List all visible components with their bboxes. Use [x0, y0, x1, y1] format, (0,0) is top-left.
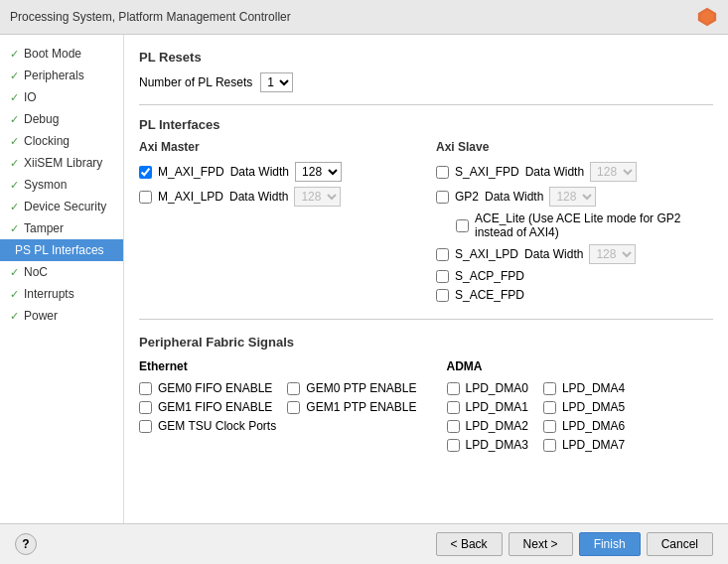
m-axi-fpd-checkbox[interactable]: [139, 166, 152, 179]
axi-master-section: Axi Master M_AXI_FPD Data Width 128 32 6…: [139, 140, 416, 307]
check-icon-noc: ✓: [10, 266, 19, 279]
gp2-width-select[interactable]: 128: [549, 187, 596, 207]
peripheral-section: Peripheral Fabric Signals Ethernet GEM0 …: [139, 335, 713, 457]
lpd-dma7-label: LPD_DMA7: [562, 438, 625, 452]
s-ace-fpd-label: S_ACE_FPD: [455, 288, 524, 302]
adma-grid: LPD_DMA0 LPD_DMA1 LPD_DMA2: [447, 381, 626, 457]
m-axi-lpd-dw-label: Data Width: [229, 190, 288, 204]
sidebar-label-boot-mode: Boot Mode: [24, 47, 81, 61]
lpd-dma7-row: LPD_DMA7: [543, 438, 625, 452]
lpd-dma4-checkbox[interactable]: [543, 382, 556, 395]
lpd-dma1-checkbox[interactable]: [447, 401, 460, 414]
sidebar-item-power[interactable]: ✓Power: [0, 305, 123, 327]
main-window: Processing System, Platform Management C…: [0, 0, 728, 564]
ace-lite-checkbox[interactable]: [456, 219, 469, 232]
footer-right: < Back Next > Finish Cancel: [436, 532, 713, 556]
sidebar-item-xiisem-library[interactable]: ✓XiiSEM Library: [0, 152, 123, 174]
lpd-dma5-checkbox[interactable]: [543, 401, 556, 414]
gem1-fifo-checkbox[interactable]: [139, 401, 152, 414]
adma-col2: LPD_DMA4 LPD_DMA5 LPD_DMA6: [543, 381, 625, 457]
s-acp-fpd-checkbox[interactable]: [436, 270, 449, 283]
check-icon-tamper: ✓: [10, 222, 19, 235]
s-acp-fpd-label: S_ACP_FPD: [455, 269, 524, 283]
s-axi-fpd-label: S_AXI_FPD: [455, 165, 519, 179]
lpd-dma4-label: LPD_DMA4: [562, 381, 625, 395]
s-axi-fpd-checkbox[interactable]: [436, 166, 449, 179]
ace-lite-label: ACE_Lite (Use ACE Lite mode for GP2 inst…: [475, 212, 713, 239]
m-axi-lpd-checkbox[interactable]: [139, 191, 152, 204]
sidebar-label-io: IO: [24, 90, 37, 104]
sidebar-item-device-security[interactable]: ✓Device Security: [0, 196, 123, 217]
next-button[interactable]: Next >: [509, 532, 573, 556]
pl-resets-title: PL Resets: [139, 50, 713, 65]
sidebar-item-clocking[interactable]: ✓Clocking: [0, 130, 123, 152]
gem-tsu-checkbox[interactable]: [139, 420, 152, 433]
s-ace-fpd-checkbox[interactable]: [436, 289, 449, 302]
lpd-dma6-checkbox[interactable]: [543, 420, 556, 433]
s-ace-fpd-row: S_ACE_FPD: [436, 288, 713, 302]
lpd-dma0-checkbox[interactable]: [447, 382, 460, 395]
s-axi-lpd-width-select[interactable]: 128: [589, 244, 636, 264]
adma-title: ADMA: [447, 359, 626, 373]
s-axi-lpd-label: S_AXI_LPD: [455, 247, 518, 261]
sidebar-label-tamper: Tamper: [24, 221, 64, 235]
footer-left: ?: [15, 533, 37, 555]
back-button[interactable]: < Back: [436, 532, 503, 556]
lpd-dma0-row: LPD_DMA0: [447, 381, 528, 395]
sidebar-item-boot-mode[interactable]: ✓Boot Mode: [0, 43, 123, 65]
s-axi-lpd-checkbox[interactable]: [436, 248, 449, 261]
s-axi-fpd-width-select[interactable]: 128: [590, 162, 637, 182]
lpd-dma4-row: LPD_DMA4: [543, 381, 625, 395]
gem0-fifo-checkbox[interactable]: [139, 382, 152, 395]
lpd-dma7-checkbox[interactable]: [543, 439, 556, 452]
adma-col1: LPD_DMA0 LPD_DMA1 LPD_DMA2: [447, 381, 528, 457]
sidebar-label-device-security: Device Security: [24, 200, 106, 213]
sidebar-label-sysmon: Sysmon: [24, 178, 67, 192]
lpd-dma3-checkbox[interactable]: [447, 439, 460, 452]
gp2-checkbox[interactable]: [436, 191, 449, 204]
gp2-row: GP2 Data Width 128: [436, 187, 713, 207]
lpd-dma3-label: LPD_DMA3: [466, 438, 528, 452]
sidebar-label-debug: Debug: [24, 112, 59, 126]
sidebar-item-interrupts[interactable]: ✓Interrupts: [0, 283, 123, 305]
sidebar-item-peripherals[interactable]: ✓Peripherals: [0, 65, 123, 86]
cancel-button[interactable]: Cancel: [647, 532, 713, 556]
sidebar-item-ps-pl-interfaces[interactable]: PS PL Interfaces: [0, 239, 123, 261]
divider-1: [139, 104, 713, 105]
gem0-fifo-row: GEM0 FIFO ENABLE: [139, 381, 272, 395]
pl-interfaces-title: PL Interfaces: [139, 117, 713, 132]
num-pl-resets-select[interactable]: 1 0 2 3 4: [260, 72, 293, 92]
gem1-ptp-row: GEM1 PTP ENABLE: [287, 400, 416, 414]
sidebar-label-peripherals: Peripherals: [24, 69, 84, 82]
sidebar-item-debug[interactable]: ✓Debug: [0, 108, 123, 130]
gem0-ptp-checkbox[interactable]: [287, 382, 300, 395]
gem1-ptp-label: GEM1 PTP ENABLE: [306, 400, 416, 414]
ethernet-title: Ethernet: [139, 359, 417, 373]
finish-button[interactable]: Finish: [579, 532, 641, 556]
title-bar: Processing System, Platform Management C…: [0, 0, 728, 35]
sidebar-item-sysmon[interactable]: ✓Sysmon: [0, 174, 123, 196]
m-axi-fpd-width-select[interactable]: 128 32 64: [295, 162, 342, 182]
lpd-dma6-row: LPD_DMA6: [543, 419, 625, 433]
sidebar-item-tamper[interactable]: ✓Tamper: [0, 217, 123, 239]
gem1-fifo-label: GEM1 FIFO ENABLE: [158, 400, 272, 414]
gem1-ptp-checkbox[interactable]: [287, 401, 300, 414]
sidebar-item-noc[interactable]: ✓NoC: [0, 261, 123, 283]
lpd-dma2-checkbox[interactable]: [447, 420, 460, 433]
m-axi-lpd-width-select[interactable]: 128: [294, 187, 341, 207]
lpd-dma5-row: LPD_DMA5: [543, 400, 625, 414]
check-icon-debug: ✓: [10, 113, 19, 126]
lpd-dma2-row: LPD_DMA2: [447, 419, 528, 433]
lpd-dma3-row: LPD_DMA3: [447, 438, 528, 452]
sidebar-label-interrupts: Interrupts: [24, 287, 74, 301]
check-icon-io: ✓: [10, 91, 19, 104]
sidebar-label-ps-pl-interfaces: PS PL Interfaces: [15, 243, 104, 257]
title-text: Processing System, Platform Management C…: [10, 10, 291, 24]
pl-resets-section: PL Resets Number of PL Resets 1 0 2 3 4: [139, 50, 713, 92]
sidebar-item-io[interactable]: ✓IO: [0, 86, 123, 108]
m-axi-fpd-dw-label: Data Width: [230, 165, 289, 179]
help-button[interactable]: ?: [15, 533, 37, 555]
sidebar: ✓Boot Mode✓Peripherals✓IO✓Debug✓Clocking…: [0, 35, 124, 523]
lpd-dma1-row: LPD_DMA1: [447, 400, 528, 414]
check-icon-sysmon: ✓: [10, 179, 19, 192]
